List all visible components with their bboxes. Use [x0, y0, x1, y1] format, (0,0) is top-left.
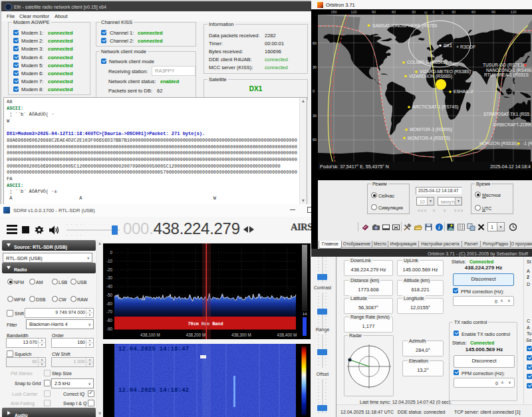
- svg-text:RTU MIREA-1 (RS51S: RTU MIREA-1 (RS51S: [484, 72, 529, 78]
- svg-text:COLIBRI-S (RS54S): COLIBRI-S (RS54S): [407, 60, 447, 65]
- svg-text:-1 (RS: -1 (RS: [523, 141, 532, 146]
- svg-text:30: 30: [313, 114, 317, 118]
- svg-text:30: 30: [313, 65, 317, 69]
- svg-text:MONITOR-4 (RS57S): MONITOR-4 (RS57S): [408, 136, 450, 141]
- svg-text:ESHAIL-2: ESHAIL-2: [454, 89, 473, 94]
- svg-text:60: 60: [313, 138, 317, 142]
- svg-text:SAMSAT-IONOSPHERE (RS75S: SAMSAT-IONOSPHERE (RS75S: [372, 23, 438, 29]
- svg-text:DX1: DX1: [444, 43, 452, 48]
- svg-text:0: 0: [313, 89, 315, 93]
- svg-text:HORIZON (RS53S): HORIZON (RS53S): [479, 141, 518, 146]
- svg-text:ARCTICSAT-1 (RS74S): ARCTICSAT-1 (RS74S): [412, 104, 459, 110]
- svg-text:60: 60: [313, 41, 317, 45]
- svg-text:STRATOSAT-TK1 (RS5: STRATOSAT-TK1 (RS5: [483, 112, 530, 117]
- svg-text:VIZARD-ION (RS68S): VIZARD-ION (RS68S): [409, 74, 452, 79]
- svg-text:ORBICRAFT-ZORKIY: ORBICRAFT-ZORKIY: [493, 122, 532, 127]
- svg-text:+ R3DDF: + R3DDF: [456, 45, 475, 49]
- svg-text:MONITOR-3 (RS59S): MONITOR-3 (RS59S): [410, 127, 452, 132]
